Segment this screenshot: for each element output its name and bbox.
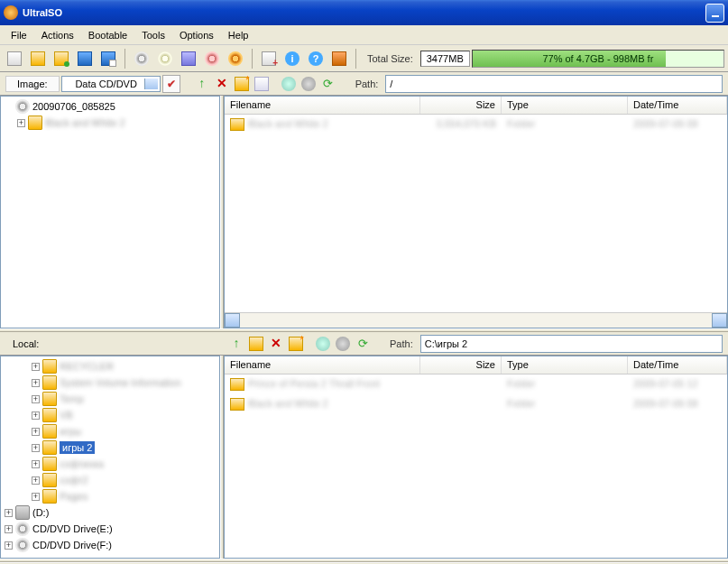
local-refresh-button[interactable]: ⟳ <box>354 335 372 353</box>
add-files-icon <box>262 51 276 66</box>
tree-folder[interactable]: +игры <box>3 423 217 439</box>
reopen-button[interactable] <box>51 48 72 69</box>
tree-root-label: 20090706_085825 <box>32 101 115 112</box>
scroll-left-button[interactable] <box>225 313 240 328</box>
capacity-bar[interactable]: 77% of 4.7GB - 998MB fr <box>472 50 724 68</box>
col-filename[interactable]: Filename <box>225 97 420 114</box>
exit-button[interactable] <box>328 48 350 69</box>
menu-options[interactable]: Options <box>172 28 221 42</box>
menu-file[interactable]: File <box>4 28 34 42</box>
tree-drive[interactable]: + CD/DVD Drive(F:) <box>3 537 217 553</box>
col-date[interactable]: Date/Time <box>628 97 727 114</box>
h-scrollbar[interactable] <box>225 312 727 328</box>
delete-button[interactable]: ✕ <box>213 75 231 93</box>
scroll-right-button[interactable] <box>712 313 727 328</box>
save-button[interactable] <box>74 48 96 69</box>
expander-plus[interactable]: + <box>32 379 40 387</box>
burn-button[interactable] <box>225 48 246 69</box>
local-up-button[interactable]: ↑ <box>227 335 245 353</box>
expander-plus[interactable]: + <box>5 541 13 550</box>
compress-button[interactable] <box>178 48 199 69</box>
scroll-track[interactable] <box>240 313 712 328</box>
tree-folder[interactable]: +VB <box>3 407 217 423</box>
tree-folder[interactable]: +софтинка <box>3 456 217 472</box>
col-size[interactable]: Size <box>420 97 502 114</box>
col-type[interactable]: Type <box>502 97 628 114</box>
open-button[interactable] <box>27 48 49 69</box>
local-settings-button[interactable] <box>334 335 352 353</box>
image-apply-button[interactable]: ✔ <box>162 75 180 93</box>
menu-actions[interactable]: Actions <box>34 28 81 42</box>
list-item[interactable]: Black and White 2 3,554,070 KB Folder 20… <box>225 115 727 134</box>
settings-button[interactable] <box>299 75 318 93</box>
tree-drive[interactable]: + CD/DVD Drive(E:) <box>3 521 217 537</box>
tree-folder[interactable]: +System Volume Information <box>3 374 217 391</box>
col-size[interactable]: Size <box>420 356 502 374</box>
info-button[interactable]: i <box>281 48 303 69</box>
help-button[interactable]: ? <box>305 48 327 69</box>
tree-drive[interactable]: + (D:) <box>3 504 217 521</box>
expander-plus[interactable]: + <box>32 411 40 420</box>
item-type: Folder <box>502 116 628 133</box>
expander-plus[interactable]: + <box>32 476 40 485</box>
tree-folder[interactable]: +софт2 <box>3 472 217 488</box>
item-date: 2009-07-05 12 <box>628 376 727 393</box>
expander-plus[interactable]: + <box>32 428 40 436</box>
local-open-button[interactable] <box>247 335 265 353</box>
create-cd-button[interactable] <box>131 48 152 69</box>
refresh-button[interactable]: ⟳ <box>319 75 337 93</box>
image-tree[interactable]: 20090706_085825 + Black and White 2 <box>0 96 220 328</box>
save-as-button[interactable] <box>97 48 119 69</box>
local-tree[interactable]: +RECYCLER+System Volume Information+Temp… <box>0 356 220 559</box>
item-type: Folder <box>502 396 628 412</box>
image-type-combo[interactable]: Data CD/DVD <box>61 76 161 92</box>
minimize-button[interactable] <box>705 4 724 23</box>
window-title: UltraISO <box>23 7 62 18</box>
local-delete-button[interactable]: ✕ <box>267 335 285 353</box>
expander-plus[interactable]: + <box>32 395 40 403</box>
folder-icon <box>28 116 42 130</box>
list-item[interactable]: Prince of Persia 2 Thrall Front Folder 2… <box>225 374 727 394</box>
mount-button[interactable] <box>201 48 223 69</box>
col-filename[interactable]: Filename <box>225 356 420 374</box>
list-item[interactable]: Black and White 2 Folder 2009-07-06 08 <box>225 394 727 414</box>
tree-folder[interactable]: +Temp <box>3 391 217 407</box>
tree-root[interactable]: 20090706_085825 <box>3 98 217 115</box>
tree-folder-label: System Volume Information <box>60 377 181 388</box>
extract-button[interactable] <box>154 48 176 69</box>
local-newfolder-button[interactable] <box>287 335 305 353</box>
local-list-body[interactable]: Prince of Persia 2 Thrall Front Folder 2… <box>225 374 727 558</box>
expander-plus[interactable]: + <box>32 444 40 452</box>
properties-button[interactable] <box>253 75 271 93</box>
add-files-button[interactable] <box>258 48 280 69</box>
exit-icon <box>332 51 346 66</box>
folder-icon <box>42 375 57 390</box>
tree-folder[interactable]: +Pages <box>3 488 217 504</box>
expander-plus[interactable]: + <box>32 363 40 371</box>
image-path-input[interactable] <box>385 75 723 93</box>
menu-tools[interactable]: Tools <box>134 28 172 42</box>
expander-plus[interactable]: + <box>17 119 25 127</box>
expander-plus[interactable]: + <box>5 509 13 517</box>
col-date[interactable]: Date/Time <box>628 356 727 374</box>
tree-child-label: Black and White 2 <box>45 117 125 128</box>
folder-open-icon <box>31 51 45 66</box>
local-path-input[interactable] <box>420 335 723 353</box>
new-folder-button[interactable] <box>233 75 251 93</box>
menu-bootable[interactable]: Bootable <box>81 28 134 42</box>
folder-icon <box>42 424 57 439</box>
new-button[interactable] <box>4 48 25 69</box>
expander-plus[interactable]: + <box>32 460 40 468</box>
local-find-button[interactable] <box>314 335 332 353</box>
tree-folder[interactable]: +игры 2 <box>3 439 217 456</box>
expander-plus[interactable]: + <box>5 525 13 533</box>
col-type[interactable]: Type <box>502 356 628 374</box>
image-list-body[interactable]: Black and White 2 3,554,070 KB Folder 20… <box>225 115 727 312</box>
local-panel: +RECYCLER+System Volume Information+Temp… <box>0 356 728 559</box>
tree-folder[interactable]: +RECYCLER <box>3 358 217 374</box>
tree-child[interactable]: + Black and White 2 <box>3 115 217 131</box>
parent-folder-button[interactable]: ↑ <box>193 75 211 93</box>
find-button[interactable] <box>280 75 298 93</box>
expander-plus[interactable]: + <box>32 493 40 501</box>
menu-help[interactable]: Help <box>221 28 256 42</box>
